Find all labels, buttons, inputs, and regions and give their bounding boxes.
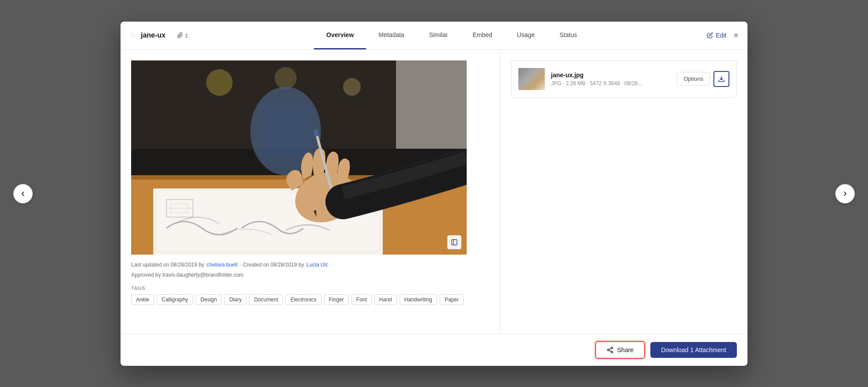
- file-actions: Options: [677, 71, 729, 87]
- svg-point-3: [275, 67, 297, 89]
- updated-by-link[interactable]: chelsea buell: [207, 262, 238, 268]
- tag-item[interactable]: Calligraphy: [157, 294, 193, 305]
- approved-text: Approved by travis.daugherty@brandfolder…: [131, 271, 489, 279]
- image-container: [131, 60, 467, 255]
- edit-button[interactable]: Edit: [707, 32, 726, 39]
- file-card: jane-ux.jpg JPG · 2.28 MB · 5472 X 3648 …: [511, 60, 737, 98]
- tab-similar[interactable]: Similar: [417, 22, 460, 50]
- options-button[interactable]: Options: [677, 72, 710, 86]
- svg-rect-19: [452, 240, 457, 245]
- tab-overview[interactable]: Overview: [314, 22, 366, 50]
- svg-point-22: [611, 347, 613, 349]
- tag-item[interactable]: Font: [351, 294, 372, 305]
- file-thumb-image: [518, 68, 545, 90]
- share-icon: [607, 346, 614, 353]
- svg-point-2: [206, 69, 233, 96]
- svg-rect-7: [259, 105, 312, 158]
- tag-item[interactable]: Ankle: [131, 294, 154, 305]
- tab-bar: Overview Metadata Similar Embed Usage St…: [218, 22, 686, 50]
- left-panel: Last updated on 08/28/2019 by chelsea bu…: [121, 50, 500, 334]
- download-icon: [718, 75, 725, 83]
- tags-list: AnkleCalligraphyDesignDiaryDocumentElect…: [131, 294, 489, 305]
- tab-status[interactable]: Status: [547, 22, 589, 50]
- download-small-button[interactable]: [713, 71, 729, 87]
- header-left: ☆ jane-ux 1: [129, 30, 218, 40]
- file-details: JPG · 2.28 MB · 5472 X 3648 · 08/28...: [551, 80, 671, 86]
- svg-line-26: [609, 348, 611, 349]
- file-name: jane-ux.jpg: [551, 71, 671, 79]
- attachment-badge: 1: [177, 32, 188, 39]
- main-image: [131, 60, 467, 255]
- tab-metadata[interactable]: Metadata: [366, 22, 416, 50]
- svg-rect-5: [396, 60, 467, 149]
- tag-item[interactable]: Finger: [324, 294, 349, 305]
- tags-section: TAGS AnkleCalligraphyDesignDiaryDocument…: [131, 286, 489, 305]
- header-right: Edit ×: [686, 31, 739, 40]
- tag-item[interactable]: Hand: [374, 294, 397, 305]
- updated-text: Last updated on 08/28/2019 by: [131, 262, 204, 268]
- main-image-wrapper: [131, 60, 467, 255]
- expand-image-button[interactable]: [447, 235, 461, 249]
- svg-point-4: [343, 78, 361, 96]
- edit-label: Edit: [716, 32, 726, 39]
- attachment-icon: [177, 32, 183, 38]
- svg-point-23: [608, 349, 609, 351]
- right-panel: jane-ux.jpg JPG · 2.28 MB · 5472 X 3648 …: [500, 50, 747, 334]
- edit-icon: [707, 32, 713, 38]
- tag-item[interactable]: Design: [196, 294, 222, 305]
- tag-item[interactable]: Paper: [440, 294, 464, 305]
- modal-body: Last updated on 08/28/2019 by chelsea bu…: [121, 50, 747, 334]
- tag-item[interactable]: Document: [249, 294, 283, 305]
- created-text: · Created on 08/28/2019 by: [240, 262, 304, 268]
- file-info: jane-ux.jpg JPG · 2.28 MB · 5472 X 3648 …: [551, 71, 671, 86]
- prev-arrow-button[interactable]: [13, 184, 33, 203]
- share-button[interactable]: Share: [595, 341, 645, 359]
- tab-embed[interactable]: Embed: [460, 22, 504, 50]
- next-arrow-button[interactable]: [835, 184, 855, 203]
- tab-usage[interactable]: Usage: [505, 22, 547, 50]
- download-main-button[interactable]: Download 1 Attachment: [650, 342, 737, 358]
- tags-label: TAGS: [131, 286, 489, 291]
- tag-item[interactable]: Handwriting: [400, 294, 437, 305]
- asset-title: jane-ux: [141, 31, 166, 39]
- tag-item[interactable]: Diary: [224, 294, 246, 305]
- tag-item[interactable]: Electronics: [286, 294, 321, 305]
- svg-line-25: [609, 350, 611, 352]
- created-by-link[interactable]: Lucia Ulc: [306, 262, 328, 268]
- attachment-count: 1: [185, 32, 188, 39]
- file-thumbnail: [518, 68, 545, 90]
- close-button[interactable]: ×: [733, 31, 739, 40]
- modal-header: ☆ jane-ux 1 Overview Metadata Similar Em…: [121, 22, 747, 50]
- modal-footer: Share Download 1 Attachment: [121, 334, 747, 366]
- image-meta: Last updated on 08/28/2019 by chelsea bu…: [131, 261, 489, 279]
- favorite-star-icon[interactable]: ☆: [129, 30, 136, 40]
- share-label: Share: [617, 346, 634, 353]
- svg-point-24: [611, 351, 613, 353]
- update-info: Last updated on 08/28/2019 by chelsea bu…: [131, 261, 489, 269]
- asset-modal: ☆ jane-ux 1 Overview Metadata Similar Em…: [121, 22, 747, 366]
